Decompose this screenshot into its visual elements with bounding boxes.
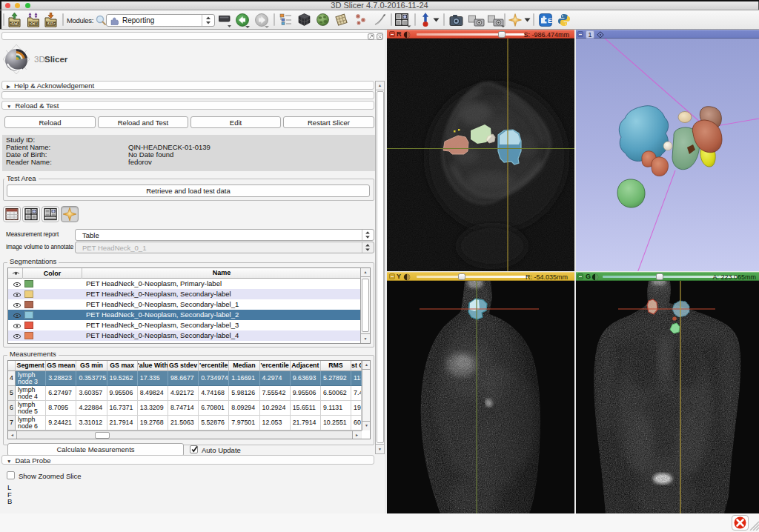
svg-text:Slicer: Slicer — [44, 55, 68, 64]
svg-text:3D: 3D — [34, 55, 45, 64]
svg-text:SAVE: SAVE — [46, 21, 56, 26]
svg-text:E: E — [548, 17, 552, 24]
svg-text:DATA: DATA — [10, 21, 20, 26]
svg-text:DCM: DCM — [29, 21, 37, 26]
